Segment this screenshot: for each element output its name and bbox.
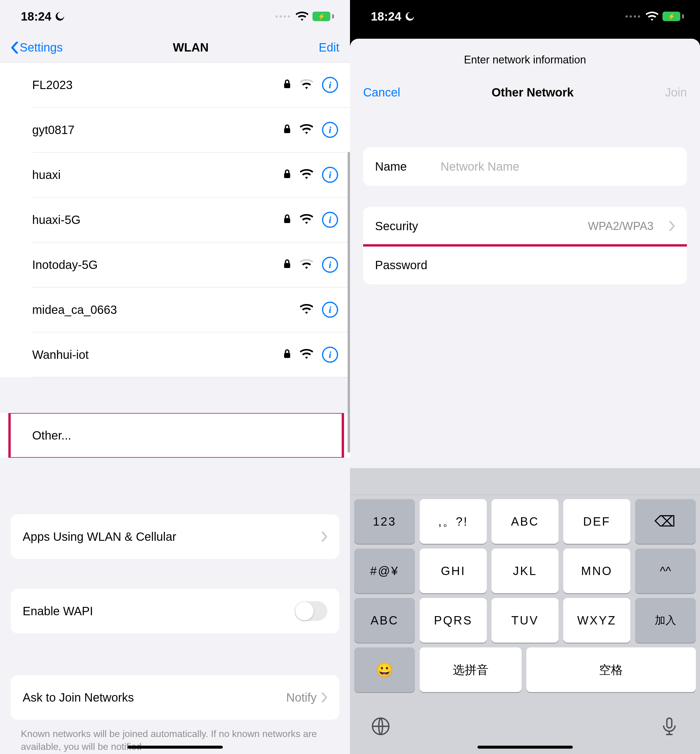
wifi-icon <box>300 259 313 269</box>
key-mno[interactable]: MNO <box>563 548 630 593</box>
info-icon[interactable]: i <box>322 167 338 183</box>
modal-header: Enter network information <box>350 51 700 76</box>
key-face[interactable]: ^^ <box>635 548 696 593</box>
svg-rect-7 <box>667 718 672 728</box>
keyboard-suggestion-bar[interactable] <box>350 468 700 495</box>
wifi-icon <box>300 79 313 89</box>
svg-rect-1 <box>284 128 290 133</box>
microphone-icon[interactable] <box>659 717 679 736</box>
settings-scroll-area[interactable]: FL2023 i gyt0817 i huaxi i huaxi-5G i <box>0 62 350 754</box>
networks-list: FL2023 i gyt0817 i huaxi i huaxi-5G i <box>0 62 350 377</box>
home-indicator[interactable] <box>478 746 573 749</box>
home-indicator[interactable] <box>128 746 223 749</box>
network-name: huaxi-5G <box>32 213 283 226</box>
network-row[interactable]: midea_ca_0663 i <box>0 287 350 332</box>
svg-rect-4 <box>284 263 290 268</box>
key-def[interactable]: DEF <box>563 499 630 544</box>
key-select-pinyin[interactable]: 选拼音 <box>420 647 522 692</box>
network-row[interactable]: Inotoday-5G i <box>0 242 350 287</box>
security-row[interactable]: Security WPA2/WPA3 <box>363 207 687 245</box>
info-icon[interactable]: i <box>322 347 338 363</box>
status-time: 18:24 <box>371 10 401 23</box>
apps-using-wlan-row[interactable]: Apps Using WLAN & Cellular <box>11 514 339 559</box>
wifi-icon <box>300 169 313 179</box>
chevron-right-icon <box>669 221 675 231</box>
keyboard: 123 #@¥ ABC ,。?! ABC DEF GHI JKL MNO <box>350 468 700 754</box>
key-space[interactable]: 空格 <box>527 647 696 692</box>
key-pqrs[interactable]: PQRS <box>420 598 487 643</box>
sheet-nav: Cancel Other Network Join <box>350 76 700 108</box>
battery-status-icon: ⚡ <box>662 12 682 21</box>
network-row[interactable]: huaxi i <box>0 153 350 197</box>
svg-rect-2 <box>284 173 290 178</box>
key-ghi[interactable]: GHI <box>420 548 487 593</box>
apps-using-wlan-group: Apps Using WLAN & Cellular <box>11 514 339 559</box>
name-label: Name <box>375 160 429 173</box>
key-backspace[interactable]: ⌫ <box>635 499 696 544</box>
edit-button[interactable]: Edit <box>319 41 339 54</box>
password-row[interactable]: Password <box>363 246 687 284</box>
join-button[interactable]: Join <box>665 86 687 99</box>
battery-status-icon: ⚡ <box>312 12 332 21</box>
other-network-row[interactable]: Other... <box>0 413 350 458</box>
nav-bar: Settings WLAN Edit <box>0 33 350 62</box>
key-tuv[interactable]: TUV <box>492 598 558 643</box>
password-input[interactable] <box>439 259 675 272</box>
enable-wapi-group: Enable WAPI <box>11 589 339 634</box>
ask-to-join-row[interactable]: Ask to Join Networks Notify <box>11 675 339 720</box>
scroll-indicator[interactable] <box>348 152 350 453</box>
wifi-status-icon <box>296 12 308 21</box>
key-123[interactable]: 123 <box>354 499 415 544</box>
key-enter[interactable]: 加入 <box>635 598 696 643</box>
network-name-input[interactable] <box>441 160 675 173</box>
network-row[interactable]: FL2023 i <box>0 62 350 107</box>
key-symbols[interactable]: #@¥ <box>354 548 415 593</box>
info-icon[interactable]: i <box>322 122 338 138</box>
info-icon[interactable]: i <box>322 212 338 228</box>
key-jkl[interactable]: JKL <box>492 548 558 593</box>
key-wxyz[interactable]: WXYZ <box>563 598 630 643</box>
lock-icon <box>283 169 291 179</box>
chevron-right-icon <box>322 532 327 542</box>
network-name: Wanhui-iot <box>32 348 283 362</box>
nav-title: WLAN <box>173 41 208 54</box>
key-abc-shift[interactable]: ABC <box>354 598 415 643</box>
lock-icon <box>283 214 291 224</box>
info-icon[interactable]: i <box>322 257 338 273</box>
password-label: Password <box>375 259 427 272</box>
key-emoji[interactable]: 😀 <box>354 647 415 692</box>
other-network-section: Other... <box>0 413 350 458</box>
network-name: FL2023 <box>32 78 283 92</box>
wapi-toggle[interactable] <box>295 601 327 621</box>
modal-subtitle: Enter network information <box>350 54 700 66</box>
status-bar: 18:24 •••• ⚡ <box>0 0 350 33</box>
svg-rect-0 <box>284 83 290 88</box>
sheet-title: Other Network <box>492 86 574 99</box>
security-value: WPA2/WPA3 <box>430 220 654 233</box>
cancel-button[interactable]: Cancel <box>363 86 400 99</box>
ask-to-join-group: Ask to Join Networks Notify <box>11 675 339 720</box>
wifi-icon <box>300 124 313 134</box>
back-button[interactable]: Settings <box>11 41 63 54</box>
do-not-disturb-icon <box>55 11 65 22</box>
wifi-icon <box>300 214 313 224</box>
cellular-signal-icon: •••• <box>275 12 292 21</box>
key-punct[interactable]: ,。?! <box>420 499 487 544</box>
key-abc[interactable]: ABC <box>492 499 558 544</box>
chevron-left-icon <box>11 42 19 54</box>
cellular-signal-icon: •••• <box>625 12 642 21</box>
info-icon[interactable]: i <box>322 77 338 93</box>
network-row[interactable]: gyt0817 i <box>0 108 350 152</box>
wifi-status-icon <box>646 12 658 21</box>
lock-icon <box>283 79 291 89</box>
network-row[interactable]: Wanhui-iot i <box>0 333 350 377</box>
screen-other-network: 18:24 •••• ⚡ Enter network information C… <box>350 0 700 754</box>
globe-icon[interactable] <box>371 717 391 736</box>
security-field-group: Security WPA2/WPA3 Password <box>363 207 687 284</box>
info-icon[interactable]: i <box>322 302 338 318</box>
network-row[interactable]: huaxi-5G i <box>0 197 350 242</box>
name-row[interactable]: Name <box>363 147 687 186</box>
other-label: Other... <box>32 429 338 442</box>
lock-icon <box>283 349 291 359</box>
security-label: Security <box>375 220 418 233</box>
